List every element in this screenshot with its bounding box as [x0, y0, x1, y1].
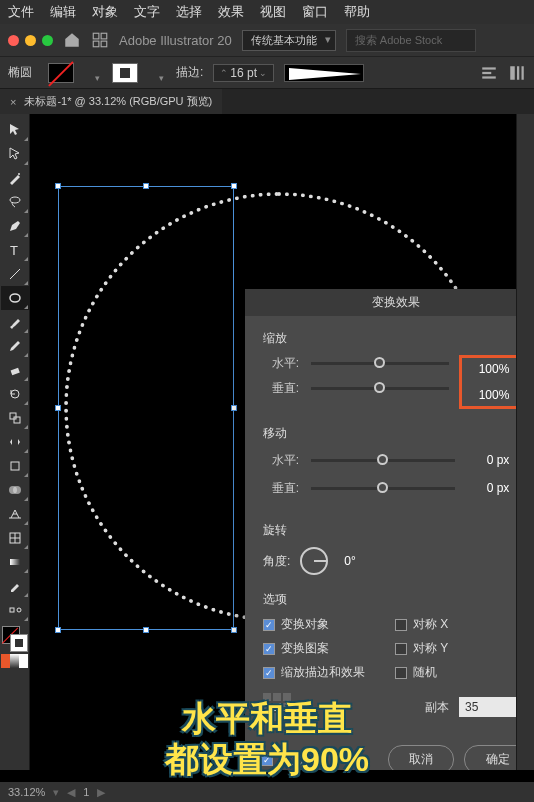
chk-reflect-x[interactable]: 对称 X: [395, 616, 448, 633]
slider-knob-icon[interactable]: [377, 454, 388, 465]
caption-line-2: 都设置为90%: [0, 739, 534, 780]
menu-view[interactable]: 视图: [260, 3, 286, 21]
menu-object[interactable]: 对象: [92, 3, 118, 21]
magic-wand-tool[interactable]: [1, 166, 29, 190]
paintbrush-tool[interactable]: [1, 310, 29, 334]
shape-builder-tool[interactable]: [1, 478, 29, 502]
move-section-label: 移动: [263, 425, 516, 442]
svg-point-20: [13, 486, 21, 494]
chk-transform-objects[interactable]: ✓变换对象: [263, 616, 365, 633]
svg-point-26: [17, 608, 21, 612]
align-icon[interactable]: [480, 64, 498, 82]
fill-swatch[interactable]: [48, 63, 74, 83]
scale-v-value[interactable]: 100%: [463, 385, 516, 405]
chk-reflect-y[interactable]: 对称 Y: [395, 640, 448, 657]
stroke-increase-icon[interactable]: ⌄: [257, 68, 269, 78]
checkbox-on-icon: ✓: [263, 643, 275, 655]
menu-select[interactable]: 选择: [176, 3, 202, 21]
handle-bot-left[interactable]: [55, 627, 61, 633]
workspace-dropdown[interactable]: 传统基本功能: [242, 30, 336, 51]
gradient-tool[interactable]: [1, 550, 29, 574]
mesh-tool[interactable]: [1, 526, 29, 550]
angle-value[interactable]: 0°: [338, 551, 378, 571]
stroke-swatch[interactable]: [112, 63, 138, 83]
home-icon[interactable]: [63, 31, 81, 49]
slider-knob-icon[interactable]: [377, 482, 388, 493]
chk-random[interactable]: 随机: [395, 664, 448, 681]
lasso-tool[interactable]: [1, 190, 29, 214]
perspective-tool[interactable]: [1, 502, 29, 526]
selection-tool[interactable]: [1, 118, 29, 142]
selection-bounds: [58, 186, 234, 630]
rotate-tool[interactable]: [1, 382, 29, 406]
scale-h-slider[interactable]: [311, 362, 449, 365]
status-bar: 33.12% ▾ ◀ 1 ▶: [0, 782, 534, 802]
window-controls: [8, 35, 53, 46]
handle-top-left[interactable]: [55, 183, 61, 189]
close-tab-icon[interactable]: ×: [10, 96, 16, 108]
menu-window[interactable]: 窗口: [302, 3, 328, 21]
line-tool[interactable]: [1, 262, 29, 286]
slider-knob-icon[interactable]: [374, 357, 385, 368]
blend-tool[interactable]: [1, 598, 29, 622]
chk-transform-patterns[interactable]: ✓变换图案: [263, 640, 365, 657]
arrange-icon[interactable]: [91, 31, 109, 49]
svg-rect-9: [522, 66, 524, 80]
slider-knob-icon[interactable]: [374, 382, 385, 393]
eraser-tool[interactable]: [1, 358, 29, 382]
svg-point-11: [10, 197, 20, 203]
menu-edit[interactable]: 编辑: [50, 3, 76, 21]
type-tool[interactable]: T: [1, 238, 29, 262]
chk-scale-strokes[interactable]: ✓缩放描边和效果: [263, 664, 365, 681]
ellipse-tool[interactable]: [1, 286, 29, 310]
menu-effect[interactable]: 效果: [218, 3, 244, 21]
stroke-decrease-icon[interactable]: ⌃: [218, 68, 230, 78]
scale-v-slider[interactable]: [311, 387, 449, 390]
arrange-options-icon[interactable]: [508, 64, 526, 82]
close-window-button[interactable]: [8, 35, 19, 46]
move-v-slider[interactable]: [311, 487, 455, 490]
stroke-weight-input[interactable]: ⌃ 16 pt ⌄: [213, 64, 274, 82]
move-h-slider[interactable]: [311, 459, 455, 462]
menu-type[interactable]: 文字: [134, 3, 160, 21]
handle-mid-left[interactable]: [55, 405, 61, 411]
width-tool[interactable]: [1, 430, 29, 454]
scale-h-value[interactable]: 100%: [463, 359, 516, 379]
fill-dropdown[interactable]: [84, 71, 102, 75]
brush-profile-preview[interactable]: [284, 64, 364, 82]
handle-top-mid[interactable]: [143, 183, 149, 189]
scale-v-label: 垂直:: [263, 380, 299, 397]
pencil-tool[interactable]: [1, 334, 29, 358]
handle-top-right[interactable]: [231, 183, 237, 189]
angle-dial[interactable]: [300, 547, 328, 575]
move-h-value[interactable]: 0 px: [467, 450, 516, 470]
menu-file[interactable]: 文件: [8, 3, 34, 21]
direct-selection-tool[interactable]: [1, 142, 29, 166]
maximize-window-button[interactable]: [42, 35, 53, 46]
handle-bot-mid[interactable]: [143, 627, 149, 633]
free-transform-tool[interactable]: [1, 454, 29, 478]
color-mode-gradient[interactable]: [10, 654, 19, 668]
canvas-area[interactable]: 变换效果 缩放 水平: 垂直:: [30, 114, 516, 770]
svg-rect-7: [510, 66, 515, 80]
checkbox-on-icon: ✓: [263, 667, 275, 679]
right-panel-collapsed[interactable]: [516, 114, 534, 770]
color-mode-none[interactable]: [19, 654, 28, 668]
scale-tool[interactable]: [1, 406, 29, 430]
stroke-proxy[interactable]: [10, 634, 28, 652]
zoom-level[interactable]: 33.12%: [8, 786, 45, 798]
svg-rect-6: [482, 76, 496, 78]
menu-help[interactable]: 帮助: [344, 3, 370, 21]
move-v-value[interactable]: 0 px: [467, 478, 516, 498]
color-mode-solid[interactable]: [1, 654, 10, 668]
stroke-dropdown[interactable]: [148, 71, 166, 75]
search-input[interactable]: 搜索 Adobe Stock: [346, 29, 476, 52]
document-tab[interactable]: × 未标题-1* @ 33.12% (RGB/GPU 预览): [0, 89, 222, 114]
pen-tool[interactable]: [1, 214, 29, 238]
minimize-window-button[interactable]: [25, 35, 36, 46]
eyedropper-tool[interactable]: [1, 574, 29, 598]
artboard-nav[interactable]: 1: [83, 786, 89, 798]
handle-bot-right[interactable]: [231, 627, 237, 633]
fill-stroke-proxy[interactable]: [2, 626, 28, 652]
checkbox-off-icon: [395, 643, 407, 655]
